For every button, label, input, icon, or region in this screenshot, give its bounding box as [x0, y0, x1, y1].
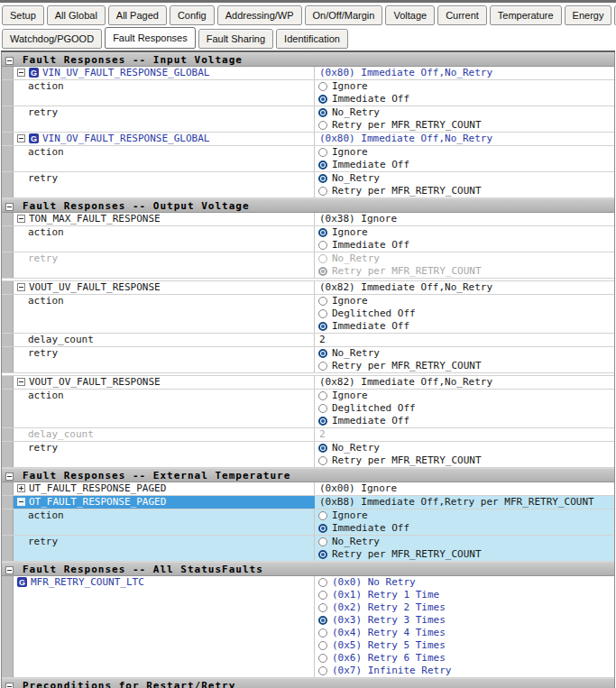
tab-setup[interactable]: Setup [2, 5, 44, 25]
tab-temperature[interactable]: Temperature [490, 5, 562, 25]
radio-option[interactable]: Retry per MFR_RETRY_COUNT [315, 119, 614, 132]
tab-config[interactable]: Config [170, 5, 215, 25]
param-row-ut-fault-response-paged[interactable]: UT_FAULT_RESPONSE_PAGED (0x00) Ignore [2, 482, 614, 496]
radio-option[interactable]: (0x7) Infinite Retry [315, 665, 614, 677]
radio-option[interactable]: (0x0) No Retry [315, 576, 614, 589]
radio-selected-icon[interactable] [318, 616, 327, 625]
radio-icon[interactable] [318, 362, 327, 371]
radio-option[interactable]: Immediate Off [315, 159, 614, 171]
tab-all-global[interactable]: All Global [47, 5, 106, 25]
collapse-icon[interactable] [17, 283, 25, 291]
radio-option[interactable]: Immediate Off [315, 239, 614, 252]
radio-option[interactable]: Retry per MFR_RETRY_COUNT [315, 185, 614, 197]
radio-selected-icon[interactable] [318, 95, 327, 104]
collapse-icon[interactable] [5, 203, 14, 211]
collapse-icon[interactable] [17, 215, 25, 223]
tab-energy[interactable]: Energy [565, 5, 612, 25]
radio-option[interactable]: (0x4) Retry 4 Times [315, 627, 614, 639]
radio-option[interactable]: Immediate Off [315, 320, 614, 333]
radio-selected-icon[interactable] [318, 161, 327, 170]
radio-icon[interactable] [318, 591, 327, 600]
radio-option[interactable]: Retry per MFR_RETRY_COUNT [315, 548, 614, 561]
radio-option[interactable]: Immediate Off [315, 93, 614, 105]
param-row-vout-ov-fault-response[interactable]: VOUT_OV_FAULT_RESPONSE (0x82) Immediate … [2, 376, 614, 390]
radio-selected-icon[interactable] [318, 228, 327, 237]
radio-selected-icon[interactable] [318, 108, 327, 117]
radio-icon[interactable] [318, 391, 327, 400]
radio-icon[interactable] [318, 628, 327, 638]
tab-all-paged[interactable]: All Paged [108, 5, 167, 25]
radio-selected-icon[interactable] [318, 550, 327, 559]
collapse-icon[interactable] [17, 69, 25, 77]
collapse-icon[interactable] [5, 57, 14, 65]
radio-icon[interactable] [318, 537, 327, 546]
param-name: VIN_OV_FAULT_RESPONSE_GLOBAL [42, 133, 209, 145]
tab-voltage[interactable]: Voltage [385, 5, 435, 25]
radio-option[interactable]: Ignore [315, 295, 614, 307]
radio-icon[interactable] [318, 148, 327, 157]
collapse-icon[interactable] [5, 472, 14, 481]
radio-option[interactable]: Ignore [315, 390, 614, 402]
radio-icon[interactable] [318, 121, 327, 130]
radio-selected-icon[interactable] [318, 349, 327, 358]
radio-option[interactable]: Retry per MFR_RETRY_COUNT [315, 454, 614, 467]
radio-option[interactable]: Ignore [315, 146, 614, 159]
radio-option[interactable]: Retry per MFR_RETRY_COUNT [315, 360, 614, 372]
tab-fault-responses[interactable]: Fault Responses [105, 27, 196, 49]
radio-icon[interactable] [318, 511, 327, 520]
radio-option[interactable]: Immediate Off [315, 522, 614, 535]
radio-icon[interactable] [318, 578, 327, 587]
radio-icon[interactable] [318, 309, 327, 318]
radio-icon[interactable] [318, 187, 327, 196]
radio-option[interactable]: Ignore [315, 509, 614, 522]
collapse-icon[interactable] [5, 566, 14, 574]
param-row-mfr-retry-count-ltc[interactable]: G MFR_RETRY_COUNT_LTC (0x0) No Retry (0x… [2, 576, 614, 678]
radio-selected-icon[interactable] [318, 444, 327, 453]
radio-selected-icon[interactable] [318, 174, 327, 183]
radio-option[interactable]: (0x6) Retry 6 Times [315, 652, 614, 665]
radio-option[interactable]: Immediate Off [315, 415, 614, 427]
param-row-vout-uv-fault-response[interactable]: VOUT_UV_FAULT_RESPONSE (0x82) Immediate … [2, 281, 614, 295]
radio-icon[interactable] [318, 654, 327, 663]
radio-option[interactable]: Ignore [315, 80, 614, 93]
expand-icon[interactable] [17, 484, 25, 492]
radio-option[interactable]: (0x5) Retry 5 Times [315, 639, 614, 652]
param-row-vin-uv-fault-response-global[interactable]: G VIN_UV_FAULT_RESPONSE_GLOBAL (0x80) Im… [2, 67, 614, 80]
radio-option[interactable]: No_Retry [315, 442, 614, 454]
radio-option[interactable]: No_Retry [315, 172, 614, 185]
radio-option[interactable]: No_Retry [315, 536, 614, 548]
tab-fault-sharing[interactable]: Fault Sharing [198, 29, 273, 49]
param-row-vin-ov-fault-response-global[interactable]: G VIN_OV_FAULT_RESPONSE_GLOBAL (0x80) Im… [2, 133, 614, 146]
radio-option[interactable]: (0x2) Retry 2 Times [315, 601, 614, 614]
radio-option[interactable]: (0x1) Retry 1 Time [315, 589, 614, 601]
collapse-icon[interactable] [17, 378, 25, 386]
radio-icon[interactable] [318, 666, 327, 675]
radio-selected-icon[interactable] [318, 524, 327, 533]
param-row-ton-max-fault-response[interactable]: TON_MAX_FAULT_RESPONSE (0x38) Ignore [2, 213, 614, 226]
tab-on-off-margin[interactable]: On/Off/Margin [305, 5, 383, 25]
radio-icon[interactable] [318, 297, 327, 306]
radio-icon[interactable] [318, 641, 327, 650]
radio-option[interactable]: Deglitched Off [315, 307, 614, 320]
radio-icon[interactable] [318, 404, 327, 413]
radio-selected-icon[interactable] [318, 322, 327, 331]
radio-option[interactable]: No_Retry [315, 347, 614, 360]
radio-option[interactable]: Deglitched Off [315, 402, 614, 415]
tab-current[interactable]: Current [437, 5, 487, 25]
delay-count-value[interactable]: 2 [315, 334, 614, 346]
collapse-icon[interactable] [17, 134, 25, 142]
collapse-icon[interactable] [17, 498, 25, 506]
tab-addressing-wp[interactable]: Addressing/WP [217, 5, 302, 25]
collapse-icon[interactable] [5, 683, 14, 688]
radio-option[interactable]: Ignore [315, 226, 614, 239]
param-row-ot-fault-response-paged-selected[interactable]: OT_FAULT_RESPONSE_PAGED (0xB8) Immediate… [2, 496, 614, 509]
radio-icon[interactable] [318, 456, 327, 465]
radio-icon[interactable] [318, 603, 327, 612]
radio-selected-icon[interactable] [318, 417, 327, 426]
radio-icon[interactable] [318, 241, 327, 250]
radio-option[interactable]: (0x3) Retry 3 Times [315, 614, 614, 627]
radio-icon[interactable] [318, 82, 327, 91]
tab-identification[interactable]: Identification [276, 29, 348, 49]
tab-watchdog-pgood[interactable]: Watchdog/PGOOD [2, 29, 102, 49]
radio-option[interactable]: No_Retry [315, 106, 614, 119]
